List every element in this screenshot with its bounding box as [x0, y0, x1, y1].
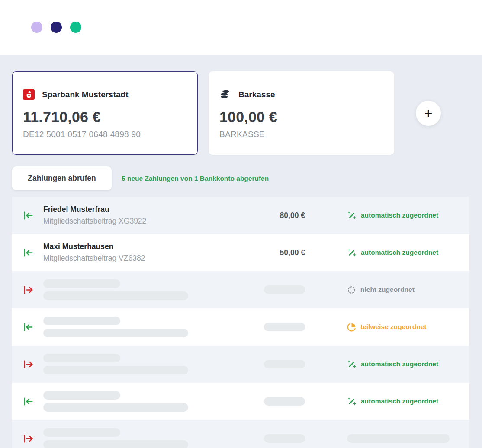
status-label: automatisch zugeordnet: [361, 360, 438, 368]
purple-dot: [31, 22, 42, 33]
payment-texts-skeleton: [43, 279, 249, 300]
amount-skeleton: [264, 360, 305, 368]
payment-description: Mitgliedschaftsbeitrag VZ6382: [43, 253, 249, 263]
magic-wand-icon: [347, 248, 357, 257]
account-name: Barkasse: [238, 90, 275, 99]
payment-row[interactable]: teilweise zugeordnet: [12, 308, 469, 346]
actions-row: Zahlungen abrufen 5 neue Zahlungen von 1…: [12, 166, 469, 190]
direction-cell: [12, 284, 43, 296]
status-cell: [346, 434, 469, 443]
payment-row[interactable]: automatisch zugeordnet: [12, 383, 469, 420]
description-skeleton: [43, 329, 188, 337]
coins-icon: [219, 89, 231, 100]
top-header-bar: [0, 0, 482, 55]
navy-dot: [51, 22, 62, 33]
dashed-circle-icon: [347, 285, 356, 294]
status-skeleton: [347, 434, 450, 443]
main-content: Sparbank Musterstadt 11.710,06 € DE12 50…: [0, 55, 482, 448]
incoming-payment-icon: [22, 210, 34, 221]
description-skeleton: [43, 440, 188, 448]
status-cell: nicht zugeordnet: [346, 285, 469, 294]
payment-row[interactable]: automatisch zugeordnet: [12, 346, 469, 383]
account-card-sparbank[interactable]: Sparbank Musterstadt 11.710,06 € DE12 50…: [12, 71, 198, 155]
incoming-payment-icon: [22, 396, 34, 407]
description-skeleton: [43, 366, 188, 374]
payment-name: Friedel Musterfrau: [43, 205, 249, 214]
account-cards: Sparbank Musterstadt 11.710,06 € DE12 50…: [12, 71, 469, 155]
magic-wand-icon: [347, 211, 357, 220]
direction-cell: [12, 210, 43, 221]
status-cell: automatisch zugeordnet: [346, 211, 469, 220]
account-iban: DE12 5001 0517 0648 4898 90: [23, 130, 187, 139]
payment-texts: Maxi Musterhausen Mitgliedschaftsbeitrag…: [43, 242, 249, 263]
magic-wand-icon: [347, 359, 357, 369]
amount-skeleton: [264, 397, 305, 406]
green-dot: [70, 22, 81, 33]
account-balance: 11.710,06 €: [23, 109, 187, 124]
outgoing-payment-icon: [22, 358, 34, 370]
payment-name: Maxi Musterhausen: [43, 242, 249, 252]
name-skeleton: [43, 354, 120, 362]
amount-skeleton: [264, 285, 305, 294]
direction-cell: [12, 247, 43, 259]
payment-amount: 50,00 €: [249, 248, 305, 257]
pie-chart-icon: [347, 323, 356, 332]
payment-texts-skeleton: [43, 428, 249, 448]
status-label: automatisch zugeordnet: [361, 211, 438, 219]
payment-row[interactable]: Friedel Musterfrau Mitgliedschaftsbeitra…: [12, 197, 469, 234]
add-account-button[interactable]: +: [416, 101, 441, 126]
payment-texts-skeleton: [43, 354, 249, 374]
incoming-payment-icon: [22, 321, 34, 333]
payment-row[interactable]: [12, 420, 469, 448]
outgoing-payment-icon: [22, 433, 34, 445]
description-skeleton: [43, 291, 188, 300]
name-skeleton: [43, 391, 120, 400]
payment-texts-skeleton: [43, 391, 249, 412]
amount-skeleton: [264, 323, 305, 331]
direction-cell: [12, 396, 43, 407]
payments-list: Friedel Musterfrau Mitgliedschaftsbeitra…: [12, 197, 469, 448]
status-label: automatisch zugeordnet: [361, 249, 438, 256]
direction-cell: [12, 433, 43, 445]
account-card-barkasse[interactable]: Barkasse 100,00 € BARKASSE: [209, 71, 394, 155]
incoming-payment-icon: [22, 247, 34, 259]
account-subtitle: BARKASSE: [219, 130, 383, 139]
name-skeleton: [43, 317, 120, 325]
status-cell: teilweise zugeordnet: [346, 323, 469, 332]
plus-icon: +: [424, 106, 433, 120]
name-skeleton: [43, 428, 120, 437]
brand-dots: [0, 0, 482, 33]
outgoing-payment-icon: [22, 284, 34, 296]
status-label: nicht zugeordnet: [360, 286, 415, 294]
payment-amount: 80,00 €: [249, 211, 305, 220]
magic-wand-icon: [347, 397, 357, 406]
status-cell: automatisch zugeordnet: [346, 248, 469, 257]
payment-texts-skeleton: [43, 317, 249, 337]
status-cell: automatisch zugeordnet: [346, 359, 469, 369]
status-label: teilweise zugeordnet: [360, 323, 426, 331]
status-cell: automatisch zugeordnet: [346, 397, 469, 406]
direction-cell: [12, 321, 43, 333]
account-name: Sparbank Musterstadt: [42, 90, 129, 99]
fetch-status-text: 5 neue Zahlungen von 1 Bankkonto abgeruf…: [122, 175, 269, 182]
name-skeleton: [43, 279, 120, 288]
description-skeleton: [43, 403, 188, 412]
payment-row[interactable]: Maxi Musterhausen Mitgliedschaftsbeitrag…: [12, 234, 469, 271]
fetch-payments-button[interactable]: Zahlungen abrufen: [12, 166, 112, 190]
payment-description: Mitgliedschaftsbeitrag XG3922: [43, 216, 249, 226]
direction-cell: [12, 358, 43, 370]
account-balance: 100,00 €: [219, 109, 383, 124]
payment-row[interactable]: nicht zugeordnet: [12, 271, 469, 308]
sparkasse-bank-icon: [23, 89, 35, 100]
amount-skeleton: [264, 434, 305, 443]
status-label: automatisch zugeordnet: [361, 397, 438, 405]
payment-texts: Friedel Musterfrau Mitgliedschaftsbeitra…: [43, 205, 249, 226]
